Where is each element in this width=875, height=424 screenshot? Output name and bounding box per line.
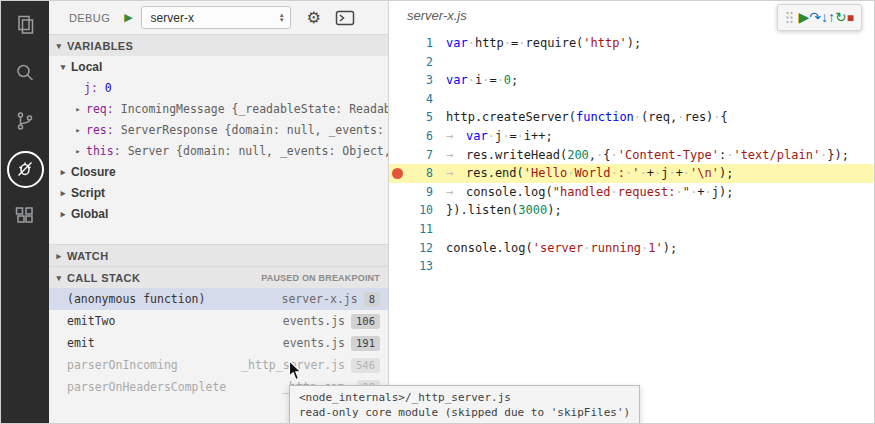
line-number: 7 [405, 146, 433, 165]
scope-row-script[interactable]: ▸Script [49, 182, 388, 203]
editor-pane: server-x.js ▶↷↓↑↻■ 1var·http·=·require('… [389, 1, 874, 423]
glyph-margin[interactable] [389, 164, 405, 183]
call-stack-section-header[interactable]: ▾ CALL STACK PAUSED ON BREAKPOINT [49, 266, 388, 288]
code-line-1: 1var·http·=·require('http'); [389, 34, 874, 53]
code-line-6: 6→var·j·=·i++; [389, 127, 874, 146]
code-line-10: 10}).listen(3000); [389, 201, 874, 220]
code-text[interactable]: http.createServer(function·(req,·res)·{ [433, 108, 728, 127]
step-over-button[interactable]: ↷ [809, 9, 821, 25]
scope-label: Local [71, 60, 102, 74]
glyph-margin[interactable] [389, 34, 405, 53]
chevron-down-icon: ▾ [57, 62, 69, 72]
drag-handle-icon[interactable] [785, 10, 794, 25]
frame-name: parserOnIncoming [67, 358, 178, 372]
start-debug-icon[interactable]: ▶ [124, 11, 132, 24]
stack-frame-row[interactable]: emitTwoevents.js106 [49, 310, 388, 332]
step-out-button[interactable]: ↑ [828, 9, 835, 25]
select-arrows-icon: ▲▼ [279, 13, 285, 23]
sidebar-title: DEBUG [69, 12, 110, 24]
glyph-margin[interactable] [389, 53, 405, 72]
variable-row[interactable]: j:0 [49, 77, 388, 98]
breakpoint-icon[interactable] [392, 168, 403, 179]
code-text[interactable]: var·i·=·0; [433, 71, 518, 90]
glyph-margin[interactable] [389, 257, 405, 276]
debug-config-select[interactable]: server-x ▲▼ [141, 6, 291, 29]
code-line-5: 5http.createServer(function·(req,·res)·{ [389, 108, 874, 127]
glyph-margin[interactable] [389, 71, 405, 90]
glyph-margin[interactable] [389, 239, 405, 258]
debug-icon[interactable] [1, 145, 49, 193]
stack-frame-row[interactable]: parserOnIncoming_http_server.js546 [49, 354, 388, 376]
code-text[interactable]: var·http·=·require('http'); [433, 34, 641, 53]
glyph-margin[interactable] [389, 90, 405, 109]
code-text[interactable]: }).listen(3000); [433, 201, 562, 220]
stack-frame-row[interactable]: emitevents.js191 [49, 332, 388, 354]
stack-frame-row[interactable]: (anonymous function)server-x.js8 [49, 288, 388, 310]
code-text[interactable] [433, 257, 446, 276]
glyph-margin[interactable] [389, 220, 405, 239]
gear-icon[interactable]: ⚙ [307, 8, 321, 27]
frame-line-badge: 106 [351, 314, 380, 329]
code-line-7: 7→res.writeHead(200,·{·'Content-Type':·'… [389, 146, 874, 165]
glyph-margin[interactable] [389, 127, 405, 146]
code-line-12: 12console.log('server·running·1'); [389, 239, 874, 258]
variable-row[interactable]: ▸this:Server {domain: null, _events: Obj… [49, 140, 388, 161]
scope-row-global[interactable]: ▸Global [49, 203, 388, 224]
chevron-right-icon: ▸ [72, 146, 84, 156]
code-text[interactable] [433, 53, 446, 72]
frame-name: parserOnHeadersComplete [67, 380, 226, 394]
line-number: 6 [405, 127, 433, 146]
scope-row-closure[interactable]: ▸Closure [49, 161, 388, 182]
chevron-right-icon: ▸ [72, 104, 84, 114]
variable-value: ServerResponse {domain: null, _events: O… [121, 123, 388, 137]
code-text[interactable]: →console.log("handled·request:·"·+·j); [433, 183, 733, 202]
line-number: 4 [405, 90, 433, 109]
line-number: 12 [405, 239, 433, 258]
extensions-icon[interactable] [1, 193, 49, 241]
code-text[interactable]: →res.end('Hello·World·:·'·+·j·+·'\n'); [433, 164, 733, 183]
line-number: 10 [405, 201, 433, 220]
activity-bar [1, 1, 49, 423]
explorer-icon[interactable] [1, 1, 49, 49]
code-line-3: 3var·i·=·0; [389, 71, 874, 90]
code-text[interactable]: →var·j·=·i++; [433, 127, 553, 146]
code-line-2: 2 [389, 53, 874, 72]
glyph-margin[interactable] [389, 108, 405, 127]
code-text[interactable] [433, 220, 446, 239]
line-number: 3 [405, 71, 433, 90]
scope-row-local[interactable]: ▾Local [49, 56, 388, 77]
glyph-margin[interactable] [389, 201, 405, 220]
variable-row[interactable]: ▸res:ServerResponse {domain: null, _even… [49, 119, 388, 140]
chevron-down-icon: ▾ [53, 273, 65, 283]
debug-sidebar-header: DEBUG ▶ server-x ▲▼ ⚙ [49, 1, 388, 34]
frame-file: events.js [283, 336, 345, 350]
variable-value: 0 [105, 81, 112, 95]
debug-console-icon[interactable] [335, 10, 355, 26]
line-number: 1 [405, 34, 433, 53]
glyph-margin[interactable] [389, 146, 405, 165]
code-text[interactable]: console.log('server·running·1'); [433, 239, 677, 258]
source-control-icon[interactable] [1, 97, 49, 145]
watch-section-header[interactable]: ▸ WATCH [49, 244, 388, 266]
code-line-4: 4 [389, 90, 874, 109]
stop-button[interactable]: ■ [847, 11, 854, 25]
variable-name: j: [84, 81, 98, 95]
chevron-right-icon: ▸ [57, 167, 69, 177]
variable-row[interactable]: ▸req:IncomingMessage {_readableState: Re… [49, 98, 388, 119]
step-into-button[interactable]: ↓ [821, 9, 828, 25]
chevron-right-icon: ▸ [72, 125, 84, 135]
code-text[interactable]: →res.writeHead(200,·{·'Content-Type':·'t… [433, 146, 849, 165]
code-text[interactable] [433, 90, 446, 109]
chevron-right-icon: ▸ [53, 251, 65, 261]
search-icon[interactable] [1, 49, 49, 97]
glyph-margin[interactable] [389, 183, 405, 202]
chevron-right-icon: ▸ [57, 209, 69, 219]
tooltip-path: <node_internals>/_http_server.js [299, 390, 630, 405]
watch-section-title: WATCH [67, 250, 109, 262]
tooltip-message: read-only core module (skipped due to 's… [299, 405, 630, 420]
restart-button[interactable]: ↻ [835, 9, 847, 25]
code-area: 1var·http·=·require('http');23var·i·=·0;… [389, 34, 874, 276]
frame-file: server-x.js [282, 292, 358, 306]
variables-section-header[interactable]: ▾ VARIABLES [49, 34, 388, 56]
continue-button[interactable]: ▶ [799, 9, 810, 25]
